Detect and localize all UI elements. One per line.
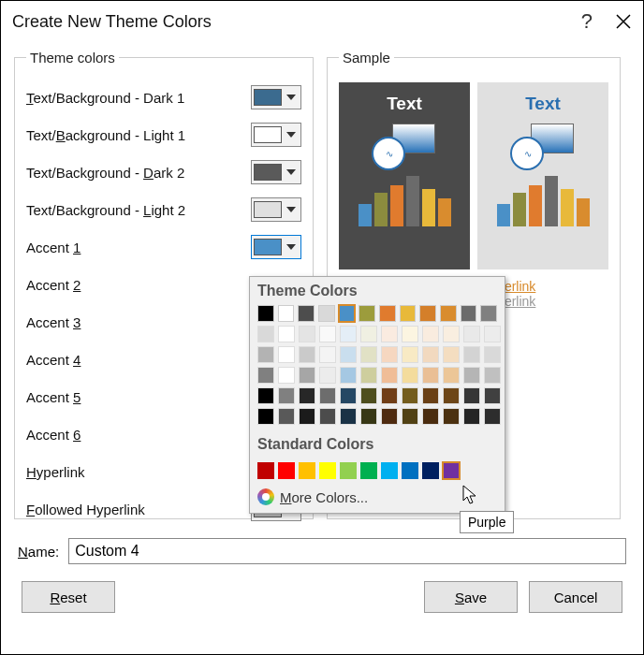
standard-color-swatch[interactable] bbox=[257, 462, 274, 479]
reset-button[interactable]: Reset bbox=[22, 581, 115, 613]
tint-swatch[interactable] bbox=[278, 367, 295, 384]
tint-swatch[interactable] bbox=[402, 346, 418, 363]
tint-swatch[interactable] bbox=[484, 326, 501, 342]
theme-color-swatch[interactable] bbox=[339, 305, 356, 322]
tint-swatch[interactable] bbox=[278, 346, 295, 363]
close-icon[interactable] bbox=[615, 13, 632, 30]
tint-swatch[interactable] bbox=[340, 367, 357, 384]
tint-swatch[interactable] bbox=[463, 367, 480, 384]
tint-swatch[interactable] bbox=[278, 387, 295, 404]
color-swatch-button[interactable] bbox=[251, 160, 301, 184]
color-swatch-button[interactable] bbox=[251, 235, 301, 259]
tint-swatch[interactable] bbox=[484, 346, 501, 363]
standard-color-swatch[interactable] bbox=[278, 462, 295, 479]
standard-color-swatch[interactable] bbox=[381, 462, 398, 479]
theme-color-swatch[interactable] bbox=[480, 305, 497, 322]
standard-color-swatch[interactable] bbox=[443, 462, 460, 479]
tint-swatch[interactable] bbox=[299, 408, 315, 425]
tint-swatch[interactable] bbox=[278, 326, 295, 342]
tint-swatch[interactable] bbox=[443, 387, 460, 404]
tint-swatch[interactable] bbox=[484, 387, 501, 404]
standard-color-swatch[interactable] bbox=[402, 462, 418, 479]
tint-swatch[interactable] bbox=[443, 367, 460, 384]
theme-color-swatch[interactable] bbox=[359, 305, 375, 322]
tint-swatch[interactable] bbox=[463, 346, 480, 363]
tint-swatch[interactable] bbox=[443, 326, 460, 342]
theme-color-swatch[interactable] bbox=[461, 305, 477, 322]
tint-swatch[interactable] bbox=[319, 326, 336, 342]
standard-color-swatch[interactable] bbox=[340, 462, 357, 479]
standard-color-swatch[interactable] bbox=[319, 462, 336, 479]
color-slot-0: Text/Background - Dark 1 bbox=[26, 79, 301, 116]
help-icon[interactable]: ? bbox=[581, 9, 593, 34]
name-input[interactable] bbox=[68, 538, 626, 564]
color-swatch-button[interactable] bbox=[251, 123, 301, 147]
tint-swatch[interactable] bbox=[278, 408, 295, 425]
color-slot-label: Accent 2 bbox=[26, 277, 80, 293]
tint-swatch[interactable] bbox=[360, 326, 377, 342]
tint-swatch[interactable] bbox=[319, 367, 336, 384]
tint-swatch[interactable] bbox=[422, 387, 439, 404]
tint-swatch[interactable] bbox=[299, 367, 315, 384]
cancel-button[interactable]: Cancel bbox=[529, 581, 622, 613]
tint-swatch[interactable] bbox=[381, 367, 398, 384]
tint-swatch[interactable] bbox=[299, 326, 315, 342]
color-swatch-button[interactable] bbox=[251, 197, 301, 222]
tint-swatch[interactable] bbox=[299, 346, 315, 363]
theme-color-swatch[interactable] bbox=[257, 305, 274, 322]
tint-swatch[interactable] bbox=[381, 387, 398, 404]
tint-swatch[interactable] bbox=[319, 346, 336, 363]
tint-swatch[interactable] bbox=[402, 326, 418, 342]
tint-swatch[interactable] bbox=[360, 387, 377, 404]
tint-swatch[interactable] bbox=[402, 367, 418, 384]
tint-swatch[interactable] bbox=[381, 346, 398, 363]
theme-color-swatch[interactable] bbox=[400, 305, 417, 322]
name-label: Name: bbox=[18, 544, 59, 560]
theme-color-swatch[interactable] bbox=[278, 305, 295, 322]
standard-color-swatch[interactable] bbox=[422, 462, 439, 479]
tint-swatch[interactable] bbox=[422, 326, 439, 342]
tint-swatch[interactable] bbox=[299, 387, 315, 404]
tint-swatch[interactable] bbox=[257, 326, 274, 342]
tint-swatch[interactable] bbox=[381, 326, 398, 342]
tint-swatch[interactable] bbox=[402, 387, 418, 404]
tint-swatch[interactable] bbox=[257, 346, 274, 363]
tint-swatch[interactable] bbox=[484, 367, 501, 384]
save-button[interactable]: Save bbox=[424, 581, 518, 613]
tint-swatch[interactable] bbox=[319, 408, 336, 425]
theme-color-swatch[interactable] bbox=[440, 305, 457, 322]
tint-swatch[interactable] bbox=[463, 408, 480, 425]
theme-color-swatch[interactable] bbox=[318, 305, 335, 322]
chevron-down-icon bbox=[286, 207, 296, 212]
tint-swatch[interactable] bbox=[422, 346, 439, 363]
tint-swatch[interactable] bbox=[340, 346, 357, 363]
color-slot-label: Text/Background - Dark 2 bbox=[26, 165, 184, 181]
tint-swatch[interactable] bbox=[443, 408, 460, 425]
cursor-icon bbox=[462, 485, 479, 505]
tint-swatch[interactable] bbox=[402, 408, 418, 425]
tint-swatch[interactable] bbox=[257, 367, 274, 384]
theme-color-swatch[interactable] bbox=[379, 305, 396, 322]
tint-swatch[interactable] bbox=[257, 408, 274, 425]
tint-swatch[interactable] bbox=[340, 408, 357, 425]
color-swatch-button[interactable] bbox=[251, 85, 301, 109]
tint-swatch[interactable] bbox=[340, 387, 357, 404]
tint-swatch[interactable] bbox=[360, 346, 377, 363]
tint-swatch[interactable] bbox=[360, 408, 377, 425]
tint-swatch[interactable] bbox=[381, 408, 398, 425]
tint-swatch[interactable] bbox=[257, 387, 274, 404]
tint-swatch[interactable] bbox=[360, 367, 377, 384]
theme-color-swatch[interactable] bbox=[419, 305, 436, 322]
tint-swatch[interactable] bbox=[422, 408, 439, 425]
tint-swatch[interactable] bbox=[340, 326, 357, 342]
tint-swatch[interactable] bbox=[463, 326, 480, 342]
standard-color-swatch[interactable] bbox=[299, 462, 315, 479]
picker-standard-header: Standard Colors bbox=[250, 430, 505, 458]
tint-swatch[interactable] bbox=[484, 408, 501, 425]
tint-swatch[interactable] bbox=[443, 346, 460, 363]
tint-swatch[interactable] bbox=[319, 387, 336, 404]
theme-color-swatch[interactable] bbox=[298, 305, 315, 322]
tint-swatch[interactable] bbox=[422, 367, 439, 384]
standard-color-swatch[interactable] bbox=[360, 462, 377, 479]
tint-swatch[interactable] bbox=[463, 387, 480, 404]
